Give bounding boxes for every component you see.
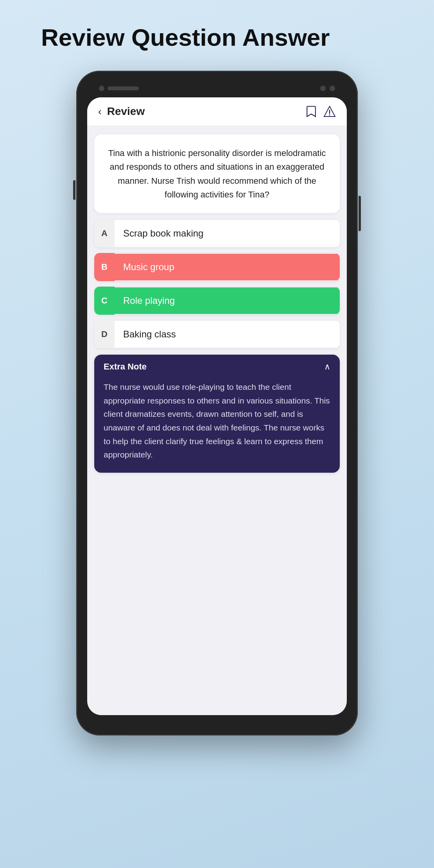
phone-screen: ‹ Review Tina with a histrionic pe bbox=[87, 97, 347, 715]
notch-dot-2 bbox=[330, 86, 335, 91]
header-icons bbox=[306, 105, 336, 118]
header-title: Review bbox=[107, 105, 145, 118]
camera-dot bbox=[99, 86, 104, 91]
question-text: Tina with a histrionic personality disor… bbox=[105, 146, 329, 201]
answer-option-c[interactable]: C Role playing bbox=[94, 287, 340, 315]
page-title: Review Question Answer bbox=[41, 23, 393, 51]
notch-dot-1 bbox=[320, 86, 326, 91]
bookmark-icon[interactable] bbox=[306, 105, 316, 118]
side-button-left bbox=[73, 180, 75, 200]
svg-point-2 bbox=[329, 115, 330, 116]
extra-note-body: The nurse would use role-playing to teac… bbox=[94, 379, 340, 473]
speaker-grill bbox=[108, 86, 139, 90]
question-card: Tina with a histrionic personality disor… bbox=[94, 135, 340, 213]
extra-note-text: The nurse would use role-playing to teac… bbox=[104, 380, 330, 462]
option-letter-b: B bbox=[94, 253, 115, 281]
option-text-c: Role playing bbox=[115, 287, 340, 314]
header-left: ‹ Review bbox=[98, 105, 145, 118]
option-letter-c: C bbox=[94, 287, 115, 315]
option-letter-d: D bbox=[94, 320, 115, 348]
answers-list: A Scrap book making B Music group C Role… bbox=[94, 219, 340, 348]
side-button-right bbox=[359, 196, 361, 231]
extra-note-header[interactable]: Extra Note ∧ bbox=[94, 355, 340, 379]
answer-option-a[interactable]: A Scrap book making bbox=[94, 219, 340, 247]
extra-note-title: Extra Note bbox=[104, 362, 147, 372]
option-text-d: Baking class bbox=[115, 321, 340, 348]
app-content: Tina with a histrionic personality disor… bbox=[87, 126, 347, 481]
answer-option-b[interactable]: B Music group bbox=[94, 253, 340, 281]
warning-icon[interactable] bbox=[323, 105, 336, 118]
option-text-a: Scrap book making bbox=[115, 220, 340, 247]
option-letter-a: A bbox=[94, 219, 115, 247]
answer-option-d[interactable]: D Baking class bbox=[94, 320, 340, 348]
extra-note-card: Extra Note ∧ The nurse would use role-pl… bbox=[94, 355, 340, 473]
phone-frame: ‹ Review Tina with a histrionic pe bbox=[76, 71, 358, 735]
app-header: ‹ Review bbox=[87, 97, 347, 126]
phone-notch bbox=[87, 82, 347, 97]
option-text-b: Music group bbox=[115, 254, 340, 280]
back-button[interactable]: ‹ bbox=[98, 106, 102, 118]
chevron-up-icon: ∧ bbox=[324, 362, 330, 372]
